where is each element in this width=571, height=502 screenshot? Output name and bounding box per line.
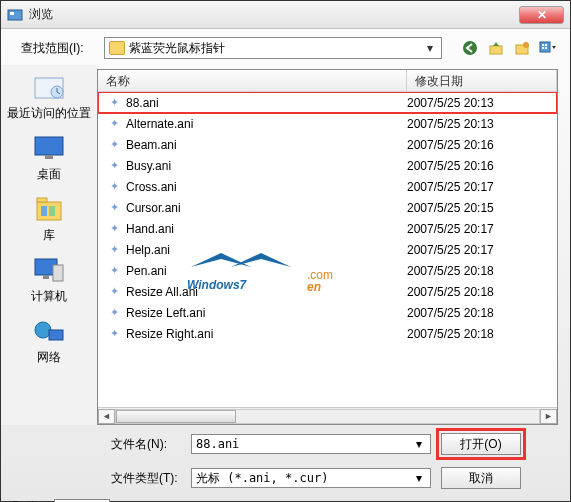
cursor-file-icon: ✦ [108,265,120,277]
file-date: 2007/5/25 20:18 [407,327,557,341]
svg-rect-13 [35,137,63,155]
file-row[interactable]: ✦Cursor.ani2007/5/25 20:15 [98,197,557,218]
svg-rect-8 [545,44,547,46]
scroll-thumb[interactable] [116,410,236,423]
filetype-row: 文件类型(T): 光标 (*.ani, *.cur) ▾ 取消 [1,459,570,493]
cursor-file-icon: ✦ [108,160,120,172]
col-name[interactable]: 名称 [98,70,407,91]
filename-input[interactable]: 88.ani ▾ [191,434,431,454]
file-date: 2007/5/25 20:13 [407,117,557,131]
file-row[interactable]: ✦Resize Left.ani2007/5/25 20:18 [98,302,557,323]
file-name: Hand.ani [126,222,407,236]
cursor-file-icon: ✦ [108,307,120,319]
file-row[interactable]: ✦Beam.ani2007/5/25 20:16 [98,134,557,155]
libraries-icon [31,194,67,224]
svg-rect-17 [41,206,47,216]
file-date: 2007/5/25 20:13 [407,96,557,110]
sidebar-item-computer[interactable]: 计算机 [29,254,69,305]
open-button[interactable]: 打开(O) [441,433,521,455]
chevron-down-icon[interactable]: ▾ [412,471,426,485]
file-name: Resize Left.ani [126,306,407,320]
up-button[interactable] [486,38,506,58]
file-date: 2007/5/25 20:18 [407,285,557,299]
file-date: 2007/5/25 20:17 [407,243,557,257]
titlebar: 浏览 ✕ [1,1,570,29]
cancel-button[interactable]: 取消 [441,467,521,489]
sidebar-item-desktop[interactable]: 桌面 [29,132,69,183]
cursor-file-icon: ✦ [108,139,120,151]
lookin-combo[interactable]: 紫蓝荧光鼠标指针 ▾ [104,37,442,59]
chevron-down-icon[interactable]: ▾ [412,437,426,451]
recent-icon [31,72,67,102]
file-row[interactable]: ✦Cross.ani2007/5/25 20:17 [98,176,557,197]
file-row[interactable]: ✦Alternate.ani2007/5/25 20:13 [98,113,557,134]
file-row[interactable]: ✦Pen.ani2007/5/25 20:18 [98,260,557,281]
svg-point-2 [463,41,477,55]
file-date: 2007/5/25 20:15 [407,201,557,215]
nav-toolbar [460,38,558,58]
network-icon [31,316,67,346]
cursor-file-icon: ✦ [108,223,120,235]
sidebar-item-network[interactable]: 网络 [29,315,69,366]
svg-rect-14 [45,155,53,159]
svg-rect-21 [53,265,63,281]
file-list: 名称 修改日期 ✦88.ani2007/5/25 20:13✦Alternate… [97,69,558,425]
col-date[interactable]: 修改日期 [407,70,557,91]
file-row[interactable]: ✦Resize Right.ani2007/5/25 20:18 [98,323,557,344]
svg-rect-16 [37,198,47,202]
sidebar-item-libraries[interactable]: 库 [29,193,69,244]
window-title: 浏览 [29,6,519,23]
cursor-file-icon: ✦ [108,286,120,298]
svg-rect-10 [545,47,547,49]
svg-rect-20 [43,275,49,279]
cursor-file-icon: ✦ [108,118,120,130]
file-row[interactable]: ✦Busy.ani2007/5/25 20:16 [98,155,557,176]
scroll-right-button[interactable]: ► [540,409,557,424]
file-name: Cross.ani [126,180,407,194]
file-date: 2007/5/25 20:16 [407,159,557,173]
filename-label: 文件名(N): [111,436,181,453]
svg-point-5 [523,42,529,48]
cursor-file-icon: ✦ [108,202,120,214]
preview-row: 预览: [1,493,570,502]
file-date: 2007/5/25 20:18 [407,264,557,278]
scroll-track[interactable] [115,409,540,424]
svg-rect-18 [49,206,55,216]
cursor-file-icon: ✦ [108,328,120,340]
file-row[interactable]: ✦88.ani2007/5/25 20:13 [98,92,557,113]
cursor-file-icon: ✦ [108,97,120,109]
file-name: Beam.ani [126,138,407,152]
desktop-icon [31,133,67,163]
cursor-file-icon: ✦ [108,244,120,256]
lookin-value: 紫蓝荧光鼠标指针 [129,40,423,57]
scroll-left-button[interactable]: ◄ [98,409,115,424]
file-date: 2007/5/25 20:16 [407,138,557,152]
filename-row: 文件名(N): 88.ani ▾ 打开(O) [1,425,570,459]
file-row[interactable]: ✦Help.ani2007/5/25 20:17 [98,239,557,260]
svg-rect-1 [10,12,14,15]
file-name: Resize Right.ani [126,327,407,341]
file-row[interactable]: ✦Hand.ani2007/5/25 20:17 [98,218,557,239]
new-folder-button[interactable] [512,38,532,58]
app-icon [7,7,23,23]
sidebar-item-recent[interactable]: 最近访问的位置 [7,71,91,122]
file-row[interactable]: ✦Resize All.ani2007/5/25 20:18 [98,281,557,302]
h-scrollbar[interactable]: ◄ ► [98,407,557,424]
file-name: Resize All.ani [126,285,407,299]
svg-rect-7 [542,44,544,46]
filetype-select[interactable]: 光标 (*.ani, *.cur) ▾ [191,468,431,488]
cursor-file-icon: ✦ [108,181,120,193]
close-button[interactable]: ✕ [519,6,564,24]
file-name: Alternate.ani [126,117,407,131]
view-menu[interactable] [538,38,558,58]
browse-dialog: 浏览 ✕ 查找范围(I): 紫蓝荧光鼠标指针 ▾ 最近访问的位置 桌面 [0,0,571,502]
filetype-label: 文件类型(T): [111,470,181,487]
back-button[interactable] [460,38,480,58]
svg-rect-23 [49,330,63,340]
svg-rect-9 [542,47,544,49]
file-date: 2007/5/25 20:17 [407,222,557,236]
column-headers: 名称 修改日期 [98,70,557,92]
chevron-down-icon[interactable]: ▾ [423,41,437,55]
file-name: Busy.ani [126,159,407,173]
places-sidebar: 最近访问的位置 桌面 库 计算机 网络 [1,65,97,425]
